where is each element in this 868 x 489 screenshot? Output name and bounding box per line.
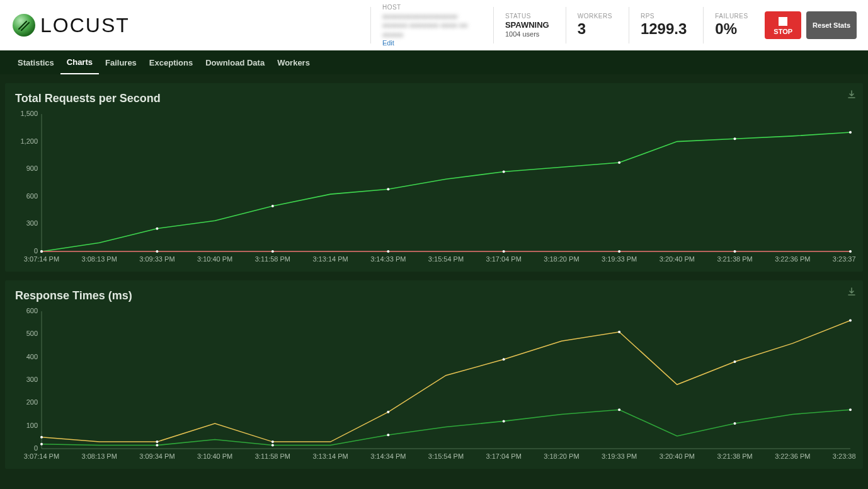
workers-value: 3	[578, 21, 612, 37]
svg-point-68	[503, 358, 505, 360]
svg-text:1,500: 1,500	[20, 110, 38, 117]
svg-point-71	[849, 319, 852, 322]
stop-button[interactable]: STOP	[765, 11, 801, 39]
status-sub: 1004 users	[505, 30, 549, 38]
svg-point-73	[156, 444, 158, 447]
host-value: ■■■■■■■■■■■■■■■■■■ ■■■■■■ ■■■■■■■ ■■■■ ■…	[382, 12, 477, 39]
chart-plot-response: 01002003004005006003:07:14 PM3:08:13 PM3…	[11, 308, 857, 465]
svg-text:3:17:04 PM: 3:17:04 PM	[486, 452, 522, 460]
reset-stats-button[interactable]: Reset Stats	[806, 11, 857, 39]
svg-point-32	[40, 250, 43, 253]
svg-point-25	[156, 227, 158, 230]
status-block: STATUS SPAWNING 1004 users	[493, 7, 561, 43]
tab-bar: Statistics Charts Failures Exceptions Do…	[0, 50, 868, 74]
tab-download[interactable]: Download Data	[199, 52, 271, 74]
svg-text:3:14:33 PM: 3:14:33 PM	[370, 255, 406, 263]
tab-failures[interactable]: Failures	[99, 52, 143, 74]
svg-point-31	[849, 131, 852, 134]
svg-text:100: 100	[26, 422, 38, 429]
svg-text:3:14:34 PM: 3:14:34 PM	[370, 452, 406, 460]
svg-point-28	[503, 171, 505, 173]
svg-text:3:08:13 PM: 3:08:13 PM	[82, 452, 117, 460]
svg-text:3:11:58 PM: 3:11:58 PM	[255, 452, 290, 460]
edit-host-link[interactable]: Edit	[382, 39, 477, 47]
status-label: STATUS	[505, 13, 549, 20]
svg-point-36	[503, 250, 505, 253]
svg-text:3:20:40 PM: 3:20:40 PM	[660, 452, 695, 460]
svg-point-34	[271, 250, 274, 253]
svg-text:600: 600	[26, 308, 38, 314]
svg-text:3:20:40 PM: 3:20:40 PM	[660, 255, 695, 263]
chart-panel-response: Response Times (ms) 01002003004005006003…	[5, 280, 863, 469]
svg-text:3:23:38 PM: 3:23:38 PM	[833, 452, 857, 460]
chart-panel-rps: Total Requests per Second 03006009001,20…	[5, 83, 863, 272]
svg-point-29	[618, 161, 620, 164]
tab-statistics[interactable]: Statistics	[11, 52, 60, 74]
svg-point-33	[156, 250, 158, 253]
tab-workers[interactable]: Workers	[271, 52, 316, 74]
svg-text:3:09:34 PM: 3:09:34 PM	[139, 452, 174, 460]
host-label: HOST	[382, 4, 477, 11]
charts-area: Total Requests per Second 03006009001,20…	[0, 74, 868, 478]
svg-point-0	[13, 14, 35, 37]
svg-text:3:13:14 PM: 3:13:14 PM	[312, 452, 348, 460]
host-block: HOST ■■■■■■■■■■■■■■■■■■ ■■■■■■ ■■■■■■■ ■…	[370, 7, 488, 43]
svg-point-69	[618, 331, 620, 333]
svg-text:3:21:38 PM: 3:21:38 PM	[717, 255, 752, 263]
tab-charts[interactable]: Charts	[60, 51, 99, 74]
svg-point-79	[849, 408, 852, 411]
svg-point-78	[734, 422, 736, 425]
logo-text: LOCUST	[40, 14, 130, 37]
svg-text:300: 300	[26, 376, 38, 383]
locust-logo-icon	[11, 13, 37, 38]
svg-text:3:10:40 PM: 3:10:40 PM	[197, 255, 232, 263]
svg-point-67	[387, 411, 389, 413]
svg-text:3:08:13 PM: 3:08:13 PM	[82, 255, 117, 263]
svg-text:3:17:04 PM: 3:17:04 PM	[486, 255, 522, 263]
svg-point-76	[503, 420, 505, 422]
status-value: SPAWNING	[505, 21, 549, 30]
logo: LOCUST	[11, 13, 130, 38]
svg-point-77	[618, 408, 620, 411]
download-icon[interactable]	[847, 89, 857, 102]
svg-text:1,200: 1,200	[20, 137, 38, 145]
svg-text:400: 400	[26, 353, 38, 360]
svg-text:3:10:40 PM: 3:10:40 PM	[197, 452, 232, 460]
stop-icon	[779, 17, 787, 26]
svg-point-35	[387, 250, 389, 253]
rps-block: RPS 1299.3	[629, 7, 698, 43]
rps-value: 1299.3	[641, 21, 687, 37]
svg-point-74	[271, 444, 274, 447]
download-icon[interactable]	[847, 287, 857, 299]
svg-text:0: 0	[34, 444, 38, 452]
svg-text:3:15:54 PM: 3:15:54 PM	[428, 452, 464, 460]
svg-point-26	[271, 205, 274, 207]
workers-label: WORKERS	[578, 13, 612, 20]
svg-text:300: 300	[26, 219, 38, 227]
failures-label: FAILURES	[715, 13, 748, 20]
tab-exceptions[interactable]: Exceptions	[143, 52, 199, 74]
svg-text:3:23:37 PM: 3:23:37 PM	[833, 255, 857, 263]
top-bar: LOCUST HOST ■■■■■■■■■■■■■■■■■■ ■■■■■■ ■■…	[0, 0, 868, 50]
svg-point-72	[40, 443, 43, 446]
svg-point-39	[849, 250, 852, 253]
workers-block: WORKERS 3	[566, 7, 624, 43]
svg-point-65	[156, 440, 158, 443]
svg-text:900: 900	[26, 164, 38, 172]
chart-title-rps: Total Requests per Second	[15, 92, 857, 105]
svg-point-70	[734, 360, 736, 363]
svg-text:3:07:14 PM: 3:07:14 PM	[24, 255, 59, 263]
svg-text:3:22:36 PM: 3:22:36 PM	[775, 452, 810, 460]
svg-text:3:19:33 PM: 3:19:33 PM	[602, 255, 637, 263]
svg-text:3:19:33 PM: 3:19:33 PM	[602, 452, 637, 460]
svg-text:3:18:20 PM: 3:18:20 PM	[544, 255, 579, 263]
svg-point-75	[387, 434, 389, 436]
chart-title-response: Response Times (ms)	[15, 289, 857, 302]
svg-point-30	[734, 137, 736, 140]
chart-plot-rps: 03006009001,2001,5003:07:14 PM3:08:13 PM…	[11, 110, 857, 268]
svg-point-27	[387, 188, 389, 190]
rps-label: RPS	[641, 13, 687, 20]
svg-text:200: 200	[26, 398, 38, 406]
svg-point-64	[40, 436, 43, 439]
svg-text:3:11:58 PM: 3:11:58 PM	[255, 255, 290, 263]
